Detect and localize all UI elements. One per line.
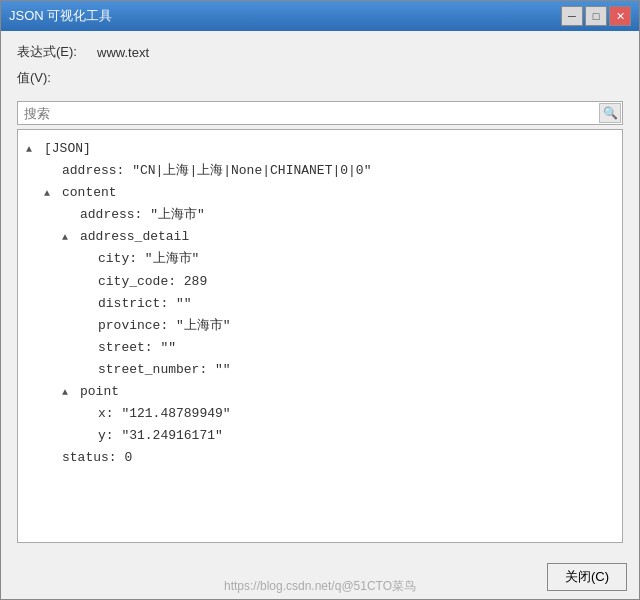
tree-node[interactable]: ▲content	[26, 182, 614, 204]
watermark: https://blog.csdn.net/q@51CTO菜鸟	[224, 578, 416, 595]
tree-arrow[interactable]: ▲	[62, 229, 76, 246]
tree-node[interactable]: ▲point	[26, 381, 614, 403]
tree-node[interactable]: x: "121.48789949"	[26, 403, 614, 425]
window-title: JSON 可视化工具	[9, 7, 112, 25]
close-button[interactable]: 关闭(C)	[547, 563, 627, 591]
maximize-button[interactable]: □	[585, 6, 607, 26]
search-icon: 🔍	[603, 106, 618, 120]
tree-node[interactable]: street_number: ""	[26, 359, 614, 381]
tree-arrow[interactable]: ▲	[26, 141, 40, 158]
expression-label: 表达式(E):	[17, 43, 97, 61]
search-button[interactable]: 🔍	[599, 103, 621, 123]
tree-node[interactable]: address: "上海市"	[26, 204, 614, 226]
tree-node-text: address: "CN|上海|上海|None|CHINANET|0|0"	[62, 160, 371, 182]
value-row: 值(V):	[17, 69, 623, 93]
main-window: JSON 可视化工具 ─ □ ✕ 表达式(E): www.text 值(V): …	[0, 0, 640, 600]
tree-node-text: x: "121.48789949"	[98, 403, 231, 425]
tree-node-text: point	[80, 381, 119, 403]
search-input[interactable]	[17, 101, 623, 125]
title-bar: JSON 可视化工具 ─ □ ✕	[1, 1, 639, 31]
tree-arrow[interactable]: ▲	[44, 185, 58, 202]
expression-value: www.text	[97, 45, 149, 60]
tree-container[interactable]: ▲[JSON]address: "CN|上海|上海|None|CHINANET|…	[17, 129, 623, 543]
search-row: 🔍	[17, 101, 623, 125]
tree-node-text: status: 0	[62, 447, 132, 469]
content-area: 表达式(E): www.text 值(V): 🔍 ▲[JSON]address:…	[1, 31, 639, 555]
close-window-button[interactable]: ✕	[609, 6, 631, 26]
tree-node[interactable]: district: ""	[26, 293, 614, 315]
tree-node-text: city_code: 289	[98, 271, 207, 293]
minimize-button[interactable]: ─	[561, 6, 583, 26]
tree-node-text: y: "31.24916171"	[98, 425, 223, 447]
tree-arrow[interactable]: ▲	[62, 384, 76, 401]
tree-node[interactable]: street: ""	[26, 337, 614, 359]
tree-node[interactable]: y: "31.24916171"	[26, 425, 614, 447]
tree-node[interactable]: province: "上海市"	[26, 315, 614, 337]
tree-node-text: city: "上海市"	[98, 248, 199, 270]
tree-node[interactable]: status: 0	[26, 447, 614, 469]
tree-node-text: content	[62, 182, 117, 204]
tree-node-text: [JSON]	[44, 138, 91, 160]
tree-content: ▲[JSON]address: "CN|上海|上海|None|CHINANET|…	[18, 134, 622, 473]
tree-node[interactable]: ▲address_detail	[26, 226, 614, 248]
title-bar-buttons: ─ □ ✕	[561, 6, 631, 26]
tree-node[interactable]: city_code: 289	[26, 271, 614, 293]
tree-node[interactable]: city: "上海市"	[26, 248, 614, 270]
expression-row: 表达式(E): www.text	[17, 43, 623, 61]
tree-node-text: district: ""	[98, 293, 192, 315]
tree-node-text: street_number: ""	[98, 359, 231, 381]
tree-node[interactable]: ▲[JSON]	[26, 138, 614, 160]
value-label: 值(V):	[17, 69, 51, 87]
tree-node-text: address_detail	[80, 226, 189, 248]
bottom-bar: https://blog.csdn.net/q@51CTO菜鸟 关闭(C)	[1, 555, 639, 599]
tree-node[interactable]: address: "CN|上海|上海|None|CHINANET|0|0"	[26, 160, 614, 182]
tree-node-text: street: ""	[98, 337, 176, 359]
tree-node-text: address: "上海市"	[80, 204, 205, 226]
tree-node-text: province: "上海市"	[98, 315, 231, 337]
